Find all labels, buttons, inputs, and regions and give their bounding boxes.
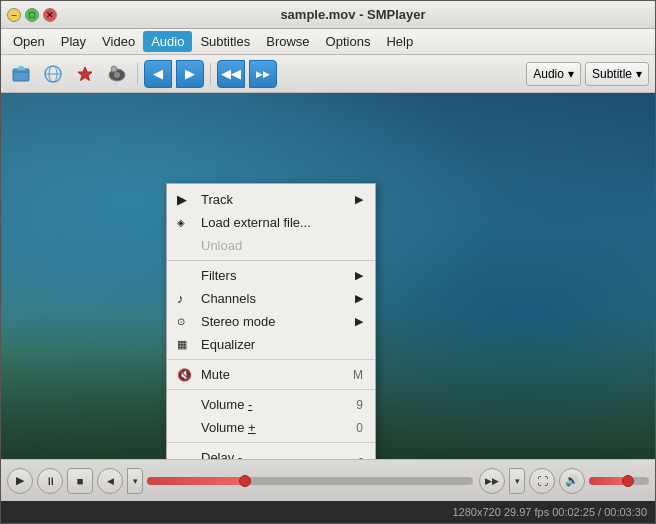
progress-bar[interactable] (147, 477, 473, 485)
audio-dropdown-arrow: ▾ (568, 67, 574, 81)
menu-item-unload-label: Unload (201, 238, 242, 253)
menu-item-stereo[interactable]: ⊙ Stereo mode ▶ (167, 310, 375, 333)
audio-dropdown[interactable]: Audio ▾ (526, 62, 581, 86)
menu-item-load-external-label: Load external file... (201, 215, 311, 230)
menu-separator-2 (167, 359, 375, 360)
close-button[interactable]: ✕ (43, 8, 57, 22)
audio-dropdown-label: Audio (533, 67, 564, 81)
menu-item-stereo-label: Stereo mode (201, 314, 275, 329)
statusbar: 1280x720 29.97 fps 00:02:25 / 00:03:30 (1, 501, 655, 523)
controls-bar: ▶ ⏸ ■ ◀ ▾ ▶▶ ▾ ⛶ 🔊 (1, 459, 655, 501)
rewind-button[interactable]: ◀◀ (217, 60, 245, 88)
window-title: sample.mov - SMPlayer (57, 7, 649, 22)
prev-button[interactable]: ◀ (144, 60, 172, 88)
stereo-icon: ⊙ (177, 316, 195, 327)
volume-up-shortcut: 0 (356, 421, 363, 435)
tv-button[interactable] (103, 60, 131, 88)
menu-item-channels[interactable]: ♪ Channels ▶ (167, 287, 375, 310)
titlebar: – □ ✕ sample.mov - SMPlayer (1, 1, 655, 29)
menu-item-equalizer[interactable]: ▦ Equalizer (167, 333, 375, 356)
svg-point-7 (111, 66, 117, 72)
minimize-button[interactable]: – (7, 8, 21, 22)
prev-dropdown-button[interactable]: ▾ (127, 468, 143, 494)
menu-separator-4 (167, 442, 375, 443)
svg-rect-0 (13, 69, 29, 81)
maximize-button[interactable]: □ (25, 8, 39, 22)
menu-browse[interactable]: Browse (258, 31, 317, 52)
menu-separator-3 (167, 389, 375, 390)
toolbar: ◀ ▶ ◀◀ ▶▶ Audio ▾ Subtitle ▾ (1, 55, 655, 93)
svg-marker-1 (17, 66, 25, 70)
progress-fill (147, 477, 245, 485)
subtitle-dropdown-label: Subtitle (592, 67, 632, 81)
mute-icon: 🔇 (177, 368, 195, 382)
menu-item-filters[interactable]: Filters ▶ (167, 264, 375, 287)
pause-button[interactable]: ⏸ (37, 468, 63, 494)
open-url-button[interactable] (39, 60, 67, 88)
track-icon: ▶ (177, 192, 195, 207)
menu-item-equalizer-label: Equalizer (201, 337, 255, 352)
menu-item-volume-up[interactable]: Volume + 0 (167, 416, 375, 439)
filters-arrow-icon: ▶ (355, 269, 363, 282)
menu-item-mute[interactable]: 🔇 Mute M (167, 363, 375, 386)
menu-item-mute-label: Mute (201, 367, 230, 382)
prev-track-button[interactable]: ◀ (97, 468, 123, 494)
menu-item-track[interactable]: ▶ Track ▶ (167, 188, 375, 211)
menu-options[interactable]: Options (318, 31, 379, 52)
menu-item-volume-up-label: Volume + (201, 420, 256, 435)
subtitle-dropdown[interactable]: Subtitle ▾ (585, 62, 649, 86)
volume-handle[interactable] (622, 475, 634, 487)
menu-item-volume-down[interactable]: Volume - 9 (167, 393, 375, 416)
menu-item-delay-down[interactable]: Delay - - (167, 446, 375, 459)
menu-open[interactable]: Open (5, 31, 53, 52)
menu-help[interactable]: Help (378, 31, 421, 52)
mute-button[interactable]: 🔊 (559, 468, 585, 494)
menubar: Open Play Video Audio Subtitles Browse O… (1, 29, 655, 55)
menu-video[interactable]: Video (94, 31, 143, 52)
volume-down-shortcut: 9 (356, 398, 363, 412)
load-external-icon: ◈ (177, 217, 195, 228)
window-controls: – □ ✕ (7, 8, 57, 22)
menu-item-load-external[interactable]: ◈ Load external file... (167, 211, 375, 234)
status-info: 1280x720 29.97 fps 00:02:25 / 00:03:30 (453, 506, 648, 518)
menu-item-delay-down-label: Delay - (201, 450, 242, 459)
menu-audio[interactable]: Audio (143, 31, 192, 52)
equalizer-icon: ▦ (177, 338, 195, 351)
menu-item-channels-label: Channels (201, 291, 256, 306)
fullscreen-button[interactable]: ⛶ (529, 468, 555, 494)
mute-shortcut: M (353, 368, 363, 382)
volume-bar[interactable] (589, 477, 649, 485)
stereo-arrow-icon: ▶ (355, 315, 363, 328)
open-file-button[interactable] (7, 60, 35, 88)
menu-separator-1 (167, 260, 375, 261)
main-window: – □ ✕ sample.mov - SMPlayer Open Play Vi… (0, 0, 656, 524)
menu-item-unload: Unload (167, 234, 375, 257)
channels-arrow-icon: ▶ (355, 292, 363, 305)
favorites-button[interactable] (71, 60, 99, 88)
audio-menu: ▶ Track ▶ ◈ Load external file... Unload… (166, 183, 376, 459)
next-button[interactable]: ▶ (176, 60, 204, 88)
next-track-button[interactable]: ▶▶ (479, 468, 505, 494)
stop-button[interactable]: ■ (67, 468, 93, 494)
next-dropdown-button[interactable]: ▾ (509, 468, 525, 494)
menu-item-track-label: Track (201, 192, 233, 207)
track-arrow-icon: ▶ (355, 193, 363, 206)
channels-icon: ♪ (177, 291, 195, 306)
svg-point-6 (114, 72, 120, 78)
subtitle-dropdown-arrow: ▾ (636, 67, 642, 81)
menu-subtitles[interactable]: Subtitles (192, 31, 258, 52)
play-button[interactable]: ▶ (7, 468, 33, 494)
progress-handle[interactable] (239, 475, 251, 487)
delay-down-shortcut: - (359, 451, 363, 460)
forward-button[interactable]: ▶▶ (249, 60, 277, 88)
video-area[interactable]: ▶ Track ▶ ◈ Load external file... Unload… (1, 93, 655, 459)
menu-item-volume-down-label: Volume - (201, 397, 252, 412)
menu-play[interactable]: Play (53, 31, 94, 52)
toolbar-separator-2 (210, 63, 211, 85)
toolbar-separator-1 (137, 63, 138, 85)
menu-item-filters-label: Filters (201, 268, 236, 283)
